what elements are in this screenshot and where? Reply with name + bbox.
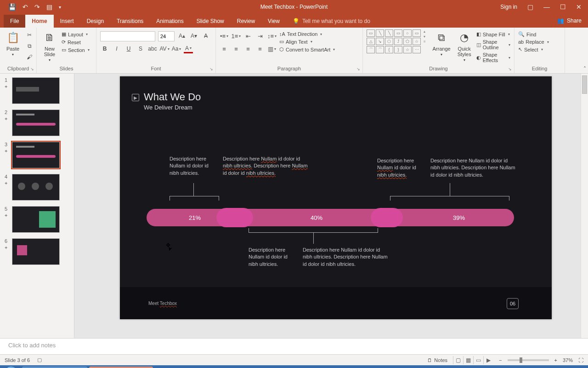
ribbon-display-icon[interactable]: ▢: [527, 3, 533, 11]
underline-icon[interactable]: U: [124, 44, 133, 53]
tab-home[interactable]: Home: [25, 15, 53, 28]
slide-canvas-area[interactable]: ▶ What We Do We Deliver Dream Descriptio…: [74, 74, 588, 338]
thumb-4[interactable]: 4✦: [3, 174, 71, 201]
start-button[interactable]: ⊞: [2, 366, 20, 368]
start-from-beginning-icon[interactable]: ▤: [46, 3, 52, 11]
spelling-status-icon[interactable]: ▢: [37, 357, 42, 363]
font-color-icon[interactable]: A: [184, 44, 193, 53]
maximize-icon[interactable]: ☐: [560, 3, 566, 11]
increase-indent-icon[interactable]: ⇥: [255, 31, 265, 40]
notes-pane[interactable]: Click to add notes: [0, 338, 588, 354]
numbering-icon[interactable]: 1≡: [232, 31, 241, 40]
save-icon[interactable]: 💾: [8, 3, 16, 11]
font-name-input[interactable]: [100, 31, 155, 41]
select-button[interactable]: ↖Select: [518, 46, 549, 52]
tab-view[interactable]: View: [261, 15, 286, 28]
redo-icon[interactable]: ↷: [34, 3, 40, 11]
reset-button[interactable]: ⟳Reset: [62, 39, 90, 45]
layout-button[interactable]: ▦Layout: [62, 31, 90, 37]
zoom-level[interactable]: 37%: [563, 357, 573, 363]
slide-title[interactable]: What We Do: [144, 91, 201, 103]
notes-toggle[interactable]: 🗒Notes: [427, 357, 447, 363]
new-slide-button[interactable]: 🗎 New Slide ▾: [40, 29, 59, 63]
desc-1a[interactable]: Description here Nullam id dolor id nibh…: [170, 155, 215, 177]
share-button[interactable]: 👥 Share: [557, 14, 588, 28]
normal-view-icon[interactable]: ▢: [453, 356, 463, 364]
tab-transitions[interactable]: Transitions: [110, 15, 150, 28]
qat-customize-icon[interactable]: ▾: [59, 5, 61, 10]
font-launcher-icon[interactable]: ↘: [209, 66, 214, 72]
align-left-icon[interactable]: ≡: [220, 44, 229, 53]
bold-icon[interactable]: B: [100, 44, 109, 53]
desc-2a[interactable]: Description here Nullam id dolor id nibh…: [249, 247, 294, 268]
tab-animations[interactable]: Animations: [150, 15, 190, 28]
reading-view-icon[interactable]: ▭: [473, 356, 483, 364]
sign-in-link[interactable]: Sign in: [500, 4, 517, 10]
zoom-out-icon[interactable]: −: [499, 357, 502, 363]
collapse-ribbon-icon[interactable]: ˄: [583, 66, 586, 72]
slideshow-view-icon[interactable]: ▶: [483, 356, 493, 364]
gallery-down-icon[interactable]: ▾: [424, 34, 428, 39]
thumb-1[interactable]: 1✦: [3, 77, 71, 104]
shape-fill-button[interactable]: ◧Shape Fill: [476, 31, 510, 37]
text-shadow-icon[interactable]: abc: [148, 44, 157, 53]
paragraph-launcher-icon[interactable]: ↘: [356, 66, 361, 72]
clipboard-launcher-icon[interactable]: ↘: [29, 66, 35, 72]
char-spacing-icon[interactable]: AV: [160, 44, 169, 53]
quick-styles-button[interactable]: ◔ Quick Styles ▾: [455, 29, 474, 63]
thumb-5[interactable]: 5✦: [3, 206, 71, 233]
strikethrough-icon[interactable]: S: [136, 44, 145, 53]
percentage-bar[interactable]: 21% 40% 39%: [147, 209, 514, 226]
desc-1b[interactable]: Description here Nullam id dolor id nibh…: [223, 155, 310, 177]
align-right-icon[interactable]: ≡: [243, 44, 253, 53]
bullets-icon[interactable]: •≡: [220, 31, 229, 40]
change-case-icon[interactable]: Aa: [172, 44, 181, 53]
fit-to-window-icon[interactable]: ⛶: [578, 357, 583, 363]
drawing-launcher-icon[interactable]: ↘: [507, 66, 513, 72]
gallery-more-icon[interactable]: ≡: [424, 40, 428, 44]
justify-icon[interactable]: ≡: [255, 44, 265, 53]
decrease-font-icon[interactable]: A▾: [189, 31, 198, 40]
tab-file[interactable]: File: [4, 15, 25, 28]
thumb-6[interactable]: 6✦: [3, 238, 71, 265]
undo-icon[interactable]: ↶: [23, 3, 28, 11]
page-number-box[interactable]: 06: [507, 298, 519, 309]
zoom-slider[interactable]: [508, 359, 549, 361]
text-direction-button[interactable]: ↕AText Direction: [279, 31, 335, 37]
find-button[interactable]: 🔍Find: [518, 31, 549, 37]
columns-icon[interactable]: ▥: [267, 44, 277, 53]
play-animation-icon[interactable]: ▶: [132, 94, 139, 101]
increase-font-icon[interactable]: A▴: [177, 31, 187, 40]
zoom-in-icon[interactable]: +: [554, 357, 557, 363]
shape-outline-button[interactable]: ◫Shape Outline: [476, 39, 510, 50]
zoom-thumb[interactable]: [520, 357, 522, 363]
tab-slide-show[interactable]: Slide Show: [190, 15, 231, 28]
vertical-scrollbar[interactable]: [581, 74, 588, 338]
shape-effects-button[interactable]: ◐Shape Effects: [476, 52, 510, 63]
slide-sorter-view-icon[interactable]: ▦: [463, 356, 473, 364]
tab-insert[interactable]: Insert: [54, 15, 80, 28]
arrange-button[interactable]: ⧉ Arrange ▾: [431, 29, 452, 58]
close-icon[interactable]: ✕: [576, 3, 582, 11]
slide-subtitle[interactable]: We Deliver Dream: [144, 104, 192, 111]
section-button[interactable]: ▭Section: [62, 47, 90, 53]
format-painter-icon[interactable]: 🖌: [25, 52, 34, 62]
thumb-2[interactable]: 2✦: [3, 109, 71, 136]
line-spacing-icon[interactable]: ↕≡: [267, 31, 277, 40]
minimize-icon[interactable]: —: [543, 3, 550, 11]
align-text-button[interactable]: ▭Align Text: [279, 39, 335, 45]
scrollbar-thumb[interactable]: [582, 75, 587, 94]
gallery-up-icon[interactable]: ▴: [424, 29, 428, 34]
italic-icon[interactable]: I: [112, 44, 121, 53]
smartart-button[interactable]: ⬡Convert to SmartArt: [279, 46, 335, 52]
align-center-icon[interactable]: ≡: [232, 44, 241, 53]
tab-design[interactable]: Design: [80, 15, 110, 28]
shapes-gallery[interactable]: ▭╲╲▭○▭ △↘⬡⤴⬠☆ ⌒⌒{}☆⋯: [367, 29, 421, 53]
slide[interactable]: ▶ What We Do We Deliver Dream Descriptio…: [120, 76, 552, 319]
tell-me[interactable]: 💡 Tell me what you want to do: [286, 15, 377, 28]
footer-text[interactable]: Meet Techbox: [148, 301, 177, 306]
desc-3a[interactable]: Description here Nullam id dolor id nibh…: [377, 157, 423, 178]
desc-3b[interactable]: Description here Nullam id dolor id nibh…: [430, 157, 518, 178]
clear-formatting-icon[interactable]: A̶: [201, 31, 210, 40]
tab-review[interactable]: Review: [231, 15, 261, 28]
